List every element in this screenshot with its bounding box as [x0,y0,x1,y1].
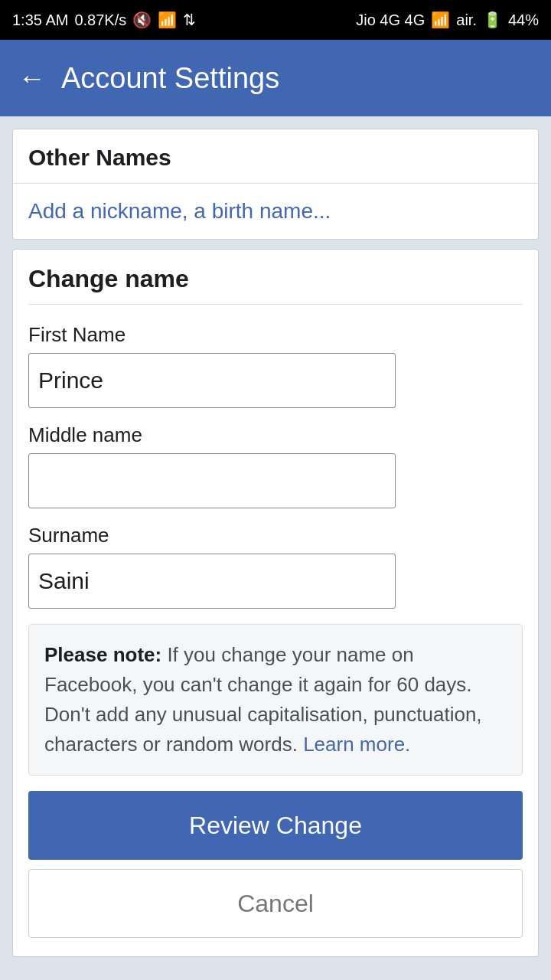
other-names-card: Other Names Add a nickname, a birth name… [12,129,539,240]
first-name-group: First Name [28,323,523,408]
status-time: 1:35 AM [12,11,68,29]
battery-icon: 🔋 [483,11,502,29]
status-right: Jio 4G 4G 📶 air. 🔋 44% [356,11,539,29]
first-name-label: First Name [28,323,523,347]
learn-more-link[interactable]: Learn more. [303,733,410,756]
content-area: Other Names Add a nickname, a birth name… [0,116,551,969]
cancel-button[interactable]: Cancel [28,869,523,938]
middle-name-group: Middle name [28,423,523,508]
change-name-card: Change name First Name Middle name Surna… [12,249,539,957]
back-button[interactable]: ← [18,62,46,94]
signal-icon: 📶 [431,11,450,29]
carrier2-label: air. [456,11,477,29]
page-title: Account Settings [61,62,279,95]
app-bar: ← Account Settings [0,40,551,116]
mute-icon: 🔇 [132,11,152,29]
change-name-title: Change name [28,265,523,305]
status-bar: 1:35 AM 0.87K/s 🔇 📶 ⇅ Jio 4G 4G 📶 air. 🔋… [0,0,551,40]
add-nickname-link[interactable]: Add a nickname, a birth name... [13,184,538,239]
note-prefix: Please note: [44,643,161,666]
status-left: 1:35 AM 0.87K/s 🔇 📶 ⇅ [12,11,196,29]
middle-name-label: Middle name [28,423,523,447]
surname-group: Surname [28,524,523,609]
surname-input[interactable] [28,554,396,609]
status-network-speed: 0.87K/s [74,11,126,29]
middle-name-input[interactable] [28,453,396,508]
battery-percent: 44% [508,11,539,29]
review-change-button[interactable]: Review Change [28,791,523,860]
first-name-input[interactable] [28,353,396,408]
surname-label: Surname [28,524,523,547]
data-arrows-icon: ⇅ [183,11,196,29]
carrier1-label: Jio 4G 4G [356,11,425,29]
note-box: Please note: If you change your name on … [28,624,523,776]
wifi-icon: 📶 [158,11,177,29]
other-names-title: Other Names [13,129,538,184]
